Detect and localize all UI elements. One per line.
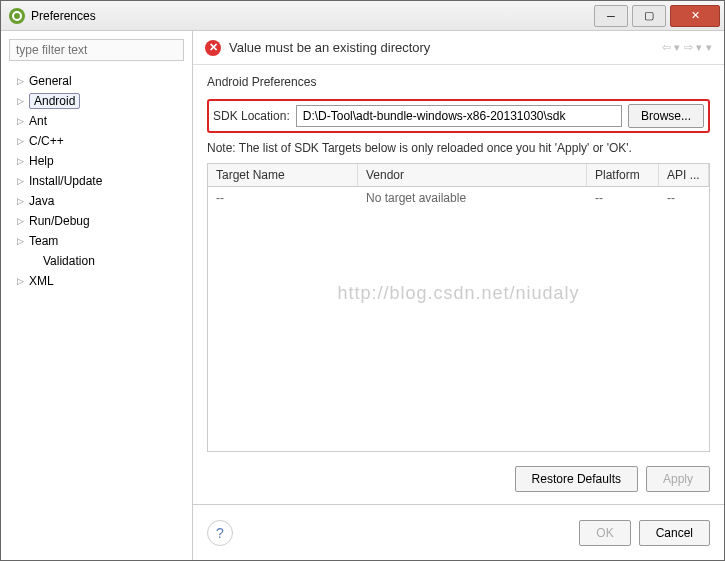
watermark: http://blog.csdn.net/niudaly	[337, 283, 579, 304]
sidebar-item-label: Help	[29, 154, 54, 168]
expand-arrow-icon: ▷	[15, 276, 25, 286]
sidebar-item-label: Install/Update	[29, 174, 102, 188]
expand-arrow-icon: ▷	[15, 196, 25, 206]
sidebar-item-label: Validation	[43, 254, 95, 268]
sidebar-item-label: C/C++	[29, 134, 64, 148]
sidebar-item-label: Run/Debug	[29, 214, 90, 228]
close-button[interactable]: ✕	[670, 5, 720, 27]
sidebar-item-label: Android	[29, 93, 80, 109]
sdk-location-row: SDK Location: Browse...	[207, 99, 710, 133]
filter-input[interactable]	[9, 39, 184, 61]
expand-arrow-icon: ▷	[15, 116, 25, 126]
note-text: Note: The list of SDK Targets below is o…	[207, 141, 710, 155]
titlebar: Preferences ─ ▢ ✕	[1, 1, 724, 31]
back-icon[interactable]: ⇦ ▾	[662, 41, 680, 54]
sidebar-item-run-debug[interactable]: ▷Run/Debug	[9, 211, 184, 231]
sdk-label: SDK Location:	[213, 109, 290, 123]
sidebar: ▷General▷Android▷Ant▷C/C++▷Help▷Install/…	[1, 31, 193, 560]
expand-arrow-icon: ▷	[15, 156, 25, 166]
minimize-button[interactable]: ─	[594, 5, 628, 27]
error-message: Value must be an existing directory	[229, 40, 430, 55]
targets-table: Target Name Vendor Platform API ... -- N…	[207, 163, 710, 452]
sdk-location-input[interactable]	[296, 105, 622, 127]
maximize-button[interactable]: ▢	[632, 5, 666, 27]
sidebar-item-label: XML	[29, 274, 54, 288]
sidebar-item-java[interactable]: ▷Java	[9, 191, 184, 211]
apply-button[interactable]: Apply	[646, 466, 710, 492]
expand-arrow-icon: ▷	[15, 236, 25, 246]
browse-button[interactable]: Browse...	[628, 104, 704, 128]
restore-defaults-button[interactable]: Restore Defaults	[515, 466, 638, 492]
sidebar-item-label: Java	[29, 194, 54, 208]
col-api[interactable]: API ...	[659, 164, 709, 186]
window-title: Preferences	[31, 9, 96, 23]
sidebar-item-android[interactable]: ▷Android	[9, 91, 184, 111]
col-target-name[interactable]: Target Name	[208, 164, 358, 186]
expand-arrow-icon: ▷	[15, 136, 25, 146]
expand-arrow-icon: ▷	[15, 216, 25, 226]
sidebar-item-label: General	[29, 74, 72, 88]
sidebar-item-label: Ant	[29, 114, 47, 128]
expand-arrow-icon: ▷	[15, 76, 25, 86]
help-icon[interactable]: ?	[207, 520, 233, 546]
sidebar-item-general[interactable]: ▷General	[9, 71, 184, 91]
preferences-dialog: Preferences ─ ▢ ✕ ▷General▷Android▷Ant▷C…	[0, 0, 725, 561]
table-row: -- No target available -- --	[208, 187, 709, 209]
sidebar-item-team[interactable]: ▷Team	[9, 231, 184, 251]
sidebar-item-label: Team	[29, 234, 58, 248]
ok-button[interactable]: OK	[579, 520, 630, 546]
sidebar-item-validation[interactable]: Validation	[9, 251, 184, 271]
sidebar-item-c-c-[interactable]: ▷C/C++	[9, 131, 184, 151]
menu-icon[interactable]: ▾	[706, 41, 712, 54]
expand-arrow-icon: ▷	[15, 176, 25, 186]
preferences-tree: ▷General▷Android▷Ant▷C/C++▷Help▷Install/…	[9, 67, 184, 291]
error-icon: ✕	[205, 40, 221, 56]
sidebar-item-ant[interactable]: ▷Ant	[9, 111, 184, 131]
section-title: Android Preferences	[207, 75, 710, 89]
error-bar: ✕ Value must be an existing directory ⇦ …	[193, 31, 724, 65]
expand-arrow-icon: ▷	[15, 96, 25, 106]
cancel-button[interactable]: Cancel	[639, 520, 710, 546]
sidebar-item-xml[interactable]: ▷XML	[9, 271, 184, 291]
app-icon	[9, 8, 25, 24]
col-platform[interactable]: Platform	[587, 164, 659, 186]
forward-icon[interactable]: ⇨ ▾	[684, 41, 702, 54]
sidebar-item-install-update[interactable]: ▷Install/Update	[9, 171, 184, 191]
col-vendor[interactable]: Vendor	[358, 164, 587, 186]
sidebar-item-help[interactable]: ▷Help	[9, 151, 184, 171]
